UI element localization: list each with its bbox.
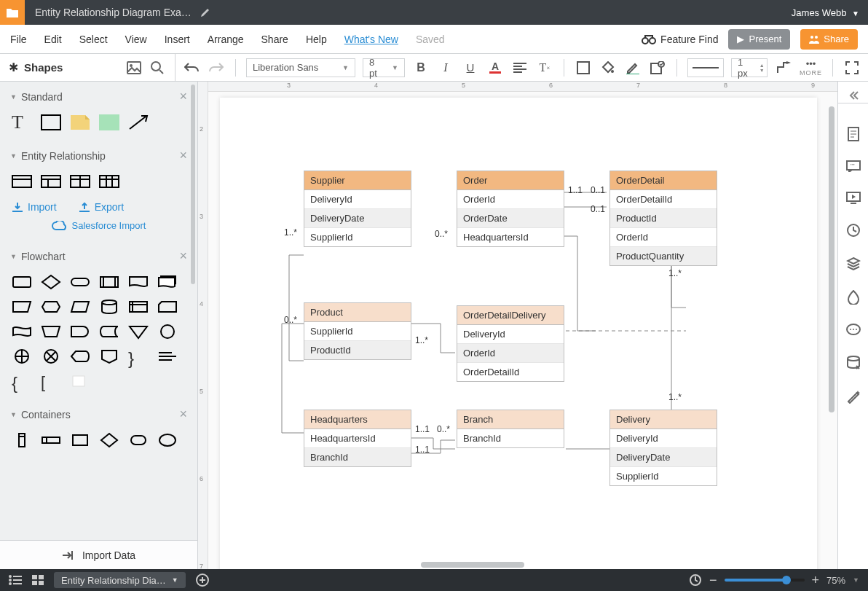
- fc-manual[interactable]: [12, 299, 32, 315]
- entity-headquarters[interactable]: Headquarters HeadquartersId BranchId: [304, 410, 411, 467]
- cont-5[interactable]: [128, 432, 149, 448]
- close-icon[interactable]: ×: [179, 148, 187, 163]
- dock-layers-icon[interactable]: [846, 257, 861, 271]
- footer-grid-icon[interactable]: [32, 575, 44, 585]
- cont-4[interactable]: [99, 432, 119, 448]
- underline-button[interactable]: U: [462, 59, 479, 77]
- fc-hex[interactable]: [41, 299, 61, 315]
- fc-swatch[interactable]: [70, 373, 90, 389]
- dock-theme-icon[interactable]: [847, 290, 860, 305]
- entity-orderdetail[interactable]: OrderDetail OrderDetailId ProductId Orde…: [609, 171, 717, 266]
- menu-whats-new[interactable]: What's New: [344, 34, 398, 45]
- entity-delivery[interactable]: Delivery DeliveryId DeliveryDate Supplie…: [609, 410, 717, 486]
- cont-1[interactable]: [12, 432, 32, 448]
- fc-card[interactable]: [157, 299, 178, 315]
- fullscreen-button[interactable]: [843, 59, 861, 77]
- dock-comment-icon[interactable]: "": [846, 160, 861, 172]
- fc-offpage[interactable]: [99, 348, 119, 364]
- close-icon[interactable]: ×: [179, 248, 187, 264]
- canvas[interactable]: 3 4 5 6 7 8 9 2 3 4 5 6 7: [198, 82, 837, 569]
- footer-list-icon[interactable]: [9, 575, 22, 585]
- zoom-slider[interactable]: [725, 579, 805, 582]
- shape-outline-button[interactable]: [575, 59, 592, 77]
- shape-options-button[interactable]: [649, 59, 666, 77]
- fc-rect[interactable]: [12, 274, 32, 290]
- fc-intstore[interactable]: [128, 299, 149, 315]
- import-link[interactable]: Import: [12, 201, 57, 213]
- entity-branch[interactable]: Branch BranchId: [457, 410, 564, 448]
- fc-doc[interactable]: [128, 274, 149, 290]
- shape-arrow[interactable]: [128, 114, 149, 130]
- font-select[interactable]: Liberation Sans ▼: [246, 58, 355, 77]
- export-link[interactable]: Export: [79, 201, 124, 213]
- er-shape-2[interactable]: [41, 173, 61, 189]
- close-icon[interactable]: ×: [179, 89, 187, 104]
- section-containers[interactable]: ▼Containers ×: [0, 399, 197, 429]
- entity-order[interactable]: Order OrderId OrderDate HeadquartersId: [457, 171, 564, 247]
- fc-tape[interactable]: [12, 324, 32, 340]
- menu-share[interactable]: Share: [261, 34, 288, 45]
- dock-chat-icon[interactable]: [846, 324, 861, 337]
- search-icon[interactable]: [149, 59, 166, 77]
- section-flowchart[interactable]: ▼Flowchart ×: [0, 241, 197, 271]
- present-button[interactable]: ▶ Present: [728, 29, 790, 50]
- fc-manop[interactable]: [41, 324, 61, 340]
- page[interactable]: Supplier DeliveryId DeliveryDate Supplie…: [220, 98, 817, 569]
- add-page-button[interactable]: [196, 574, 209, 587]
- cont-6[interactable]: [157, 432, 178, 448]
- section-standard[interactable]: ▼Standard ×: [0, 82, 197, 111]
- menu-arrange[interactable]: Arrange: [208, 34, 244, 45]
- clear-format-button[interactable]: T×: [536, 59, 553, 77]
- canvas-scroll-h[interactable]: [220, 562, 794, 568]
- er-shape-4[interactable]: [99, 173, 119, 189]
- image-icon[interactable]: [125, 59, 143, 77]
- shape-rect[interactable]: [41, 114, 61, 130]
- canvas-scroll-v[interactable]: [829, 98, 835, 535]
- fc-multidoc[interactable]: [157, 274, 178, 290]
- dock-page-icon[interactable]: [847, 127, 860, 141]
- fc-delay[interactable]: [70, 324, 90, 340]
- doc-title[interactable]: Entity Relationship Diagram Exa…: [35, 7, 192, 18]
- italic-button[interactable]: I: [437, 59, 454, 77]
- import-data-button[interactable]: Import Data: [0, 540, 197, 569]
- dock-magic-icon[interactable]: [846, 389, 861, 404]
- dock-history-icon[interactable]: [846, 223, 861, 238]
- shape-note[interactable]: [70, 114, 90, 130]
- menu-select[interactable]: Select: [79, 34, 108, 45]
- line-width-select[interactable]: 1 px ▲▼: [731, 58, 768, 77]
- fc-diamond[interactable]: [41, 274, 61, 290]
- entity-product[interactable]: Product SupplierId ProductId: [304, 302, 411, 360]
- section-er[interactable]: ▼Entity Relationship ×: [0, 141, 197, 171]
- pencil-icon[interactable]: [200, 7, 210, 17]
- undo-button[interactable]: [183, 59, 200, 77]
- fc-brace-r[interactable]: }: [128, 348, 149, 364]
- menu-insert[interactable]: Insert: [165, 34, 190, 45]
- fc-display[interactable]: [70, 348, 90, 364]
- fc-terminator[interactable]: [70, 274, 90, 290]
- zoom-value[interactable]: 75%: [826, 575, 845, 586]
- zoom-out-button[interactable]: −: [709, 573, 717, 588]
- dock-data-icon[interactable]: [846, 356, 861, 370]
- line-style-select[interactable]: [687, 58, 724, 77]
- more-button[interactable]: •••: [802, 58, 820, 69]
- close-icon[interactable]: ×: [179, 407, 187, 422]
- menu-edit[interactable]: Edit: [44, 34, 62, 45]
- collapse-dock[interactable]: [838, 87, 868, 103]
- fc-stored[interactable]: [99, 324, 119, 340]
- entity-oddelivery[interactable]: OrderDetailDelivery DeliveryId OrderId O…: [457, 305, 564, 382]
- menu-help[interactable]: Help: [306, 34, 327, 45]
- fc-bracket[interactable]: [: [41, 373, 61, 389]
- dock-present-icon[interactable]: [846, 191, 861, 204]
- border-color-button[interactable]: [624, 59, 642, 77]
- fc-merge[interactable]: [128, 324, 149, 340]
- fc-note[interactable]: [157, 348, 178, 364]
- folder-icon[interactable]: [0, 0, 25, 25]
- cont-2[interactable]: [41, 432, 61, 448]
- menu-view[interactable]: View: [125, 34, 147, 45]
- fc-connect[interactable]: [157, 324, 178, 340]
- gear-icon[interactable]: ✱: [9, 60, 18, 74]
- fill-color-button[interactable]: [599, 59, 617, 77]
- menu-file[interactable]: File: [10, 34, 27, 45]
- er-shape-3[interactable]: [70, 173, 90, 189]
- text-color-button[interactable]: A: [486, 59, 504, 77]
